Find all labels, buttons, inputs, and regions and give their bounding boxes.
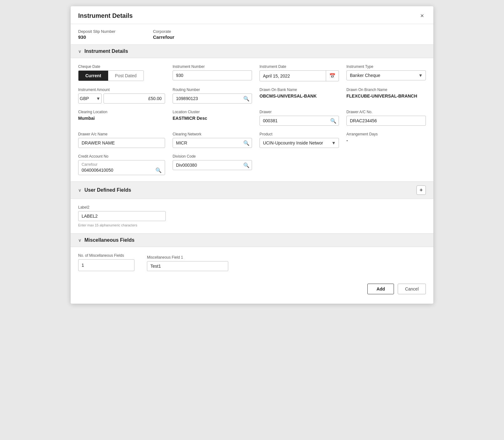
drawer-search-icon[interactable]: 🔍	[330, 118, 336, 124]
misc-title: Miscellaneous Fields	[84, 237, 134, 243]
location-cluster-label: Location Cluster	[173, 110, 252, 114]
instrument-number-label: Instrument Number	[173, 64, 252, 69]
label2-group: Label2 Enter max 15 alphanumeric charact…	[78, 205, 166, 227]
misc-stepper: ∨ ∧	[78, 259, 134, 271]
cheque-date-toggle: Current Post Dated	[78, 70, 144, 81]
misc-chevron[interactable]: ∨	[78, 238, 81, 243]
instrument-type-label: Instrument Type	[346, 64, 426, 69]
amount-input[interactable]	[103, 94, 165, 104]
clearing-location-label: Clearing Location	[78, 110, 165, 114]
product-select[interactable]: UCIN-Upcountry Inside Networ	[260, 138, 339, 148]
drawer-ac-label: Drawer A/C No.	[346, 110, 426, 114]
drawn-on-bank-value: OBCMS-UNIVERSAL-BANK	[260, 94, 339, 99]
drawn-on-branch-group: Drawn On Branch Name FLEXCUBE-UNIVERSAL-…	[346, 88, 426, 104]
misc-fields-row: No. of Miscellaneous Fields ∨ ∧ Miscella…	[78, 253, 426, 271]
misc-body: No. of Miscellaneous Fields ∨ ∧ Miscella…	[71, 247, 433, 277]
arrangement-days-group: Arrangement Days -	[346, 132, 426, 148]
drawer-input[interactable]	[260, 116, 339, 126]
calendar-icon[interactable]: 📅	[326, 71, 339, 81]
user-defined-section: ∨ User Defined Fields + Label2 Enter max…	[71, 181, 433, 233]
instrument-number-group: Instrument Number	[173, 64, 252, 81]
drawer-ac-name-input[interactable]	[78, 138, 165, 148]
instrument-details-grid: Cheque Date Current Post Dated Instrumen…	[78, 64, 426, 175]
user-defined-title: User Defined Fields	[84, 187, 131, 193]
cancel-button[interactable]: Cancel	[398, 284, 426, 294]
corporate-label: Corporate	[153, 29, 174, 34]
clearing-network-label: Clearing Network	[173, 132, 252, 136]
drawn-on-bank-group: Drawn On Bank Name OBCMS-UNIVERSAL-BANK	[260, 88, 339, 104]
post-dated-button[interactable]: Post Dated	[108, 71, 144, 81]
division-code-input[interactable]	[173, 160, 252, 170]
instrument-details-modal: Instrument Details × Deposit Slip Number…	[71, 6, 433, 304]
arrangement-days-label: Arrangement Days	[346, 132, 426, 136]
instrument-details-section: ∨ Instrument Details Cheque Date Current…	[71, 44, 433, 181]
drawer-ac-name-label: Drawer A/c Name	[78, 132, 165, 136]
instrument-type-select[interactable]: Banker Cheque Demand Draft Cheque	[346, 70, 426, 80]
add-button[interactable]: Add	[367, 284, 394, 294]
instrument-details-title: Instrument Details	[84, 48, 128, 54]
misc-header: ∨ Miscellaneous Fields	[71, 233, 433, 247]
modal-title: Instrument Details	[78, 12, 133, 19]
user-defined-header: ∨ User Defined Fields +	[71, 181, 433, 199]
drawn-on-branch-label: Drawn On Branch Name	[346, 88, 426, 92]
misc-header-left: ∨ Miscellaneous Fields	[78, 237, 134, 243]
clearing-location-value: Mumbai	[78, 116, 165, 121]
section-header-left: ∨ Instrument Details	[78, 48, 128, 54]
location-cluster-group: Location Cluster EASTMICR Desc	[173, 110, 252, 126]
division-code-group: Division Code 🔍	[173, 154, 252, 175]
drawer-group: Drawer 🔍	[260, 110, 339, 126]
drawer-ac-name-group: Drawer A/c Name	[78, 132, 165, 148]
division-code-search-icon[interactable]: 🔍	[243, 162, 249, 168]
currency-select[interactable]: GBP	[78, 94, 102, 104]
modal-footer: Add Cancel	[71, 277, 433, 297]
no-of-misc-fields-group: No. of Miscellaneous Fields ∨ ∧	[78, 253, 134, 271]
instrument-number-input[interactable]	[173, 70, 252, 80]
user-defined-add-button[interactable]: +	[416, 185, 426, 195]
instrument-date-input[interactable]	[260, 71, 326, 81]
clearing-network-search-icon[interactable]: 🔍	[243, 140, 249, 146]
label2-input[interactable]	[78, 211, 166, 221]
division-code-input-wrap: 🔍	[173, 160, 252, 170]
instrument-type-select-wrap: Banker Cheque Demand Draft Cheque ▼	[346, 70, 426, 80]
instrument-details-chevron[interactable]: ∨	[78, 49, 81, 54]
clearing-location-group: Clearing Location Mumbai	[78, 110, 165, 126]
clearing-network-group: Clearing Network 🔍	[173, 132, 252, 148]
deposit-slip-label: Deposit Slip Number	[78, 29, 115, 34]
drawer-ac-input[interactable]	[346, 116, 426, 126]
close-button[interactable]: ×	[418, 12, 426, 19]
cheque-date-label: Cheque Date	[78, 64, 165, 69]
drawn-on-branch-value: FLEXCUBE-UNIVERSAL-BRANCH	[346, 94, 426, 99]
instrument-date-input-wrap: 📅	[260, 70, 339, 81]
user-defined-body: Label2 Enter max 15 alphanumeric charact…	[71, 199, 433, 233]
routing-number-input-wrap: 🔍	[173, 94, 252, 104]
misc-field1-input[interactable]	[147, 261, 228, 271]
instrument-type-group: Instrument Type Banker Cheque Demand Dra…	[346, 64, 426, 81]
instrument-details-header: ∨ Instrument Details	[71, 44, 433, 58]
clearing-network-input[interactable]	[173, 138, 252, 148]
routing-number-group: Routing Number 🔍	[173, 88, 252, 104]
division-code-label: Division Code	[173, 154, 252, 159]
user-defined-header-left: ∨ User Defined Fields	[78, 187, 131, 193]
instrument-date-label: Instrument Date	[260, 64, 339, 69]
misc-stepper-input[interactable]	[78, 260, 134, 270]
instrument-amount-label: Instrument Amount	[78, 88, 165, 92]
location-cluster-value: EASTMICR Desc	[173, 116, 252, 121]
routing-search-icon[interactable]: 🔍	[243, 96, 249, 102]
label2-label: Label2	[78, 205, 166, 210]
instrument-amount-group: Instrument Amount GBP ▼	[78, 88, 165, 104]
credit-account-label: Credit Account No	[78, 154, 165, 159]
credit-account-search-icon[interactable]: 🔍	[155, 167, 162, 173]
routing-number-input[interactable]	[173, 94, 252, 104]
amount-group: GBP ▼	[78, 94, 165, 104]
user-defined-chevron[interactable]: ∨	[78, 188, 81, 193]
product-group: Product UCIN-Upcountry Inside Networ ▼	[260, 132, 339, 148]
deposit-info-section: Deposit Slip Number 930 Corporate Carref…	[71, 24, 433, 44]
drawer-label: Drawer	[260, 110, 339, 114]
drawer-input-wrap: 🔍	[260, 116, 339, 126]
clearing-network-input-wrap: 🔍	[173, 138, 252, 148]
instrument-date-group: Instrument Date 📅	[260, 64, 339, 81]
corporate-value: Carrefour	[153, 34, 174, 40]
product-label: Product	[260, 132, 339, 136]
credit-account-number: 0040006410050	[82, 167, 113, 174]
current-button[interactable]: Current	[78, 71, 108, 81]
